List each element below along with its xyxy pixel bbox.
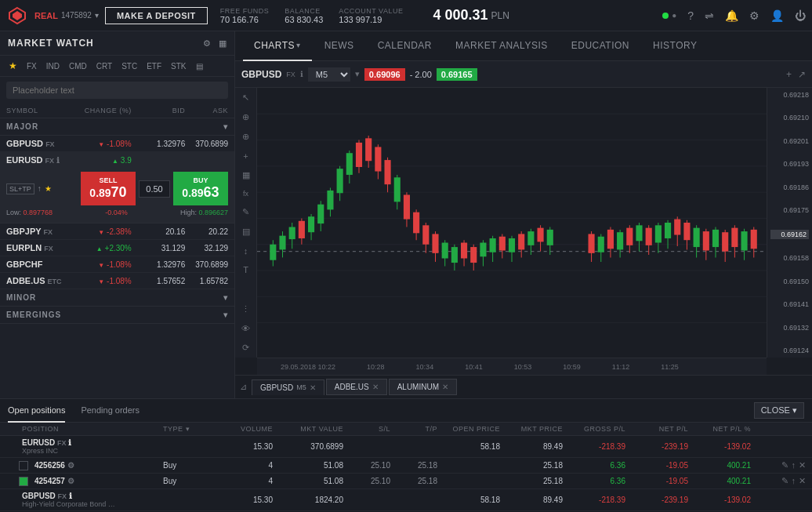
tool-zoom[interactable]: ⊕ [241,111,251,124]
edit-icon-2[interactable]: ✎ [781,476,788,486]
close-all-button[interactable]: CLOSE ▾ [754,402,804,419]
position-row-eurusd-group[interactable]: EURUSD FX ℹ Xpress INC 15.30 370.6899 58… [0,436,812,458]
tab-news[interactable]: NEWS [314,31,365,61]
chart-add-icon[interactable]: + [786,69,792,80]
filter-tab-crt[interactable]: CRT [94,60,114,72]
close-icon-2[interactable]: ✕ [799,476,806,486]
4256256-gross: 6.36 [563,461,625,470]
account-selector[interactable]: REAL 1475892 ▾ [34,11,99,20]
chart-tab-aluminum[interactable]: ALUMINUM ✕ [389,379,457,395]
market-row-adbe[interactable]: ADBE.US ETC ▼-1.08% 1.57652 1.65782 [0,273,234,289]
position-row-gbpusd-group[interactable]: GBPUSD FX ℹ High-Yield Corporate Bond UC… [0,489,812,511]
tool-arrow[interactable]: ↕ [242,245,250,257]
filter-tab-grid[interactable]: ▤ [194,60,205,72]
ph-volume[interactable]: VOLUME [218,425,273,433]
chart-tab-gbpusd[interactable]: GBPUSD M5 ✕ [252,379,324,395]
tool-eye[interactable]: 👁 [240,322,252,335]
eurusd-star-icon[interactable]: ★ [45,184,52,193]
tab-history[interactable]: HISTORY [642,31,708,61]
section-minor[interactable]: MINOR ▾ [0,289,234,307]
market-row-gbpusd[interactable]: GBPUSD FX ▼-1.08% 1.32976 370.6899 [0,136,234,152]
tool-pencil[interactable]: ✎ [241,205,251,219]
sell-button[interactable]: SELL 0.8970 [81,172,136,205]
help-icon[interactable]: ? [687,9,694,22]
filter-tab-etf[interactable]: ETF [144,60,164,72]
section-emergings[interactable]: EMERGINGS ▾ [0,307,234,324]
filter-tab-fx[interactable]: FX [24,60,39,72]
ph-tp[interactable]: T/P [390,425,437,433]
4254257-checkbox[interactable] [19,477,28,486]
svg-rect-73 [589,234,595,252]
buy-button[interactable]: BUY 0.8963 [173,172,228,205]
filter-tab-stc[interactable]: STC [119,60,140,72]
ph-mkt-price[interactable]: MKT PRICE [500,425,563,433]
deposit-button[interactable]: MAKE A DEPOSIT [105,7,208,24]
tool-dots[interactable]: ⋮ [240,303,252,316]
sl-tp-badge[interactable]: SL+TP [6,183,34,194]
settings-icon[interactable]: ⚙ [749,9,759,22]
user-icon[interactable]: 👤 [770,9,784,22]
market-row-eurpln[interactable]: EURPLN FX ▲+2.30% 31.129 32.129 [0,240,234,256]
sidebar-settings-icon[interactable]: ⚙ [203,38,211,49]
4256256-checkbox[interactable] [19,461,28,470]
power-icon[interactable]: ⏻ [795,9,806,22]
market-row-gbpchf[interactable]: GBPCHF ▼-1.08% 1.32976 370.6899 [0,256,234,273]
market-row-gbpjpy[interactable]: GBPJPY FX ▼-2.38% 20.16 20.22 [0,223,234,240]
section-major[interactable]: MAJOR ▾ [0,118,234,136]
tool-ruler[interactable]: ▤ [241,225,252,238]
ph-net-pl[interactable]: NET P/L [625,425,688,433]
eurusd-info: SL+TP ↑ ★ [6,183,52,194]
tab-market-analysis[interactable]: MARKET ANALYSIS [444,31,559,61]
filter-tab-ind[interactable]: IND [44,60,62,72]
arrow-icon[interactable]: ↑ [792,460,796,470]
bottom-panel: Open positions Pending orders CLOSE ▾ PO… [0,398,812,512]
ph-type[interactable]: TYPE ▾ [163,425,218,433]
bell-icon[interactable]: 🔔 [725,9,738,22]
edit-icon[interactable]: ✎ [781,460,788,470]
tool-line[interactable]: ▦ [241,169,252,182]
tab-calendar[interactable]: CALENDAR [367,31,443,61]
arrow-icon-2[interactable]: ↑ [792,476,796,486]
tool-plus[interactable]: + [241,150,249,162]
tool-fx[interactable]: fx [241,188,250,199]
tool-text[interactable]: T [241,263,250,276]
position-row-4254257[interactable]: 4254257 ⚙ Buy 4 51.08 25.10 25.18 25.18 … [0,474,812,489]
balance-stat: BALANCE 63 830.43 [285,7,323,24]
ph-mkt-value[interactable]: MKT VALUE [273,425,343,433]
4254257-check[interactable] [19,477,34,486]
search-input[interactable] [6,82,228,99]
tab-charts[interactable]: CHARTS ▾ [243,31,312,61]
4254257-actions: ✎ ↑ ✕ [751,476,806,486]
chart-tab-adbe[interactable]: ADBE.US ✕ [326,379,387,395]
chart-info-icon[interactable]: ℹ [300,70,303,78]
market-row-eurusd[interactable]: EURUSD FX ℹ ▲3.9 [0,152,234,169]
ph-open-price[interactable]: OPEN PRICE [437,425,500,433]
chart-pin-icon[interactable]: ⊿ [240,382,247,392]
tool-cursor[interactable]: ↖ [241,91,251,104]
close-icon[interactable]: ✕ [799,460,806,470]
4256256-check[interactable] [19,461,34,470]
filter-tab-star[interactable]: ★ [6,59,20,73]
tool-crosshair[interactable]: ⊕ [241,130,251,143]
filter-tab-stk[interactable]: STK [169,60,188,72]
filter-tab-cmd[interactable]: CMD [67,60,89,72]
tab-pending-orders[interactable]: Pending orders [81,399,140,423]
timeframe-select[interactable]: M5 M1 M15 M30 H1 D1 [308,67,350,82]
sidebar-layout-icon[interactable]: ▦ [219,38,227,49]
tab-open-positions[interactable]: Open positions [8,399,65,423]
transfer-icon[interactable]: ⇌ [705,9,714,22]
tab-education[interactable]: EDUCATION [560,31,640,61]
ph-gross-pl[interactable]: GROSS P/L [563,425,625,433]
ph-net-pct[interactable]: NET P/L % [688,425,751,433]
ph-sl[interactable]: S/L [343,425,390,433]
chart-tab-aluminum-close[interactable]: ✕ [442,383,448,391]
chart-trend-icon[interactable]: ↗ [798,69,806,80]
svg-rect-57 [480,243,486,257]
eurusd-pin-icon[interactable]: ↑ [38,184,42,193]
chart-tab-gbpusd-close[interactable]: ✕ [310,383,316,392]
tool-share[interactable]: ⟳ [241,341,251,354]
ph-position[interactable]: POSITION [22,425,163,433]
position-row-4256256[interactable]: 4256256 ⚙ Buy 4 51.08 25.10 25.18 25.18 … [0,458,812,474]
chart-tab-adbe-close[interactable]: ✕ [372,383,379,391]
chart-canvas[interactable] [257,88,767,358]
